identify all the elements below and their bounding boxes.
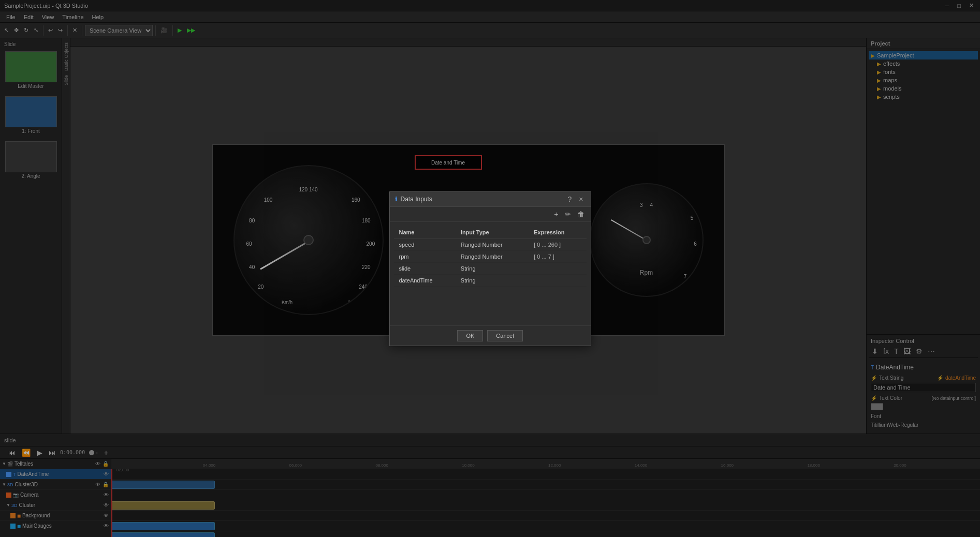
- cancel-button[interactable]: Cancel: [487, 330, 522, 341]
- modal-info-icon: ℹ: [395, 196, 398, 203]
- modal-edit-btn[interactable]: ✏: [563, 209, 573, 219]
- modal-header-buttons: ? ×: [566, 195, 586, 203]
- modal-footer: OK Cancel: [390, 325, 591, 346]
- table-row[interactable]: dateAndTime String: [394, 274, 587, 286]
- modal-toolbar: + ✏ 🗑: [390, 207, 591, 222]
- modal-overlay: ℹ Data Inputs ? × + ✏ 🗑 Name Input Type …: [0, 0, 980, 537]
- row-datetime-expr: [529, 274, 586, 286]
- row-datetime-type: String: [456, 274, 529, 286]
- data-inputs-modal: ℹ Data Inputs ? × + ✏ 🗑 Name Input Type …: [389, 191, 591, 346]
- modal-title-group: ℹ Data Inputs: [395, 196, 432, 203]
- row-speed-expr: [ 0 ... 260 ]: [529, 238, 586, 250]
- modal-delete-btn[interactable]: 🗑: [575, 209, 587, 219]
- ok-button[interactable]: OK: [457, 330, 483, 341]
- row-slide-name: slide: [394, 262, 456, 274]
- table-row[interactable]: slide String: [394, 262, 587, 274]
- modal-help-btn[interactable]: ?: [566, 195, 574, 203]
- modal-title: Data Inputs: [401, 196, 432, 203]
- row-rpm-expr: [ 0 ... 7 ]: [529, 250, 586, 262]
- col-type: Input Type: [456, 226, 529, 239]
- row-datetime-name: dateAndTime: [394, 274, 456, 286]
- row-speed-name: speed: [394, 238, 456, 250]
- row-slide-expr: [529, 262, 586, 274]
- modal-body: Name Input Type Expression speed Ranged …: [390, 222, 591, 325]
- col-name: Name: [394, 226, 456, 239]
- data-inputs-table: Name Input Type Expression speed Ranged …: [394, 226, 587, 287]
- row-speed-type: Ranged Number: [456, 238, 529, 250]
- row-rpm-type: Ranged Number: [456, 250, 529, 262]
- table-row[interactable]: rpm Ranged Number [ 0 ... 7 ]: [394, 250, 587, 262]
- table-row[interactable]: speed Ranged Number [ 0 ... 260 ]: [394, 238, 587, 250]
- modal-header: ℹ Data Inputs ? ×: [390, 192, 591, 207]
- modal-close-btn[interactable]: ×: [577, 195, 585, 203]
- row-slide-type: String: [456, 262, 529, 274]
- modal-add-btn[interactable]: +: [552, 209, 560, 219]
- col-expression: Expression: [529, 226, 586, 239]
- row-rpm-name: rpm: [394, 250, 456, 262]
